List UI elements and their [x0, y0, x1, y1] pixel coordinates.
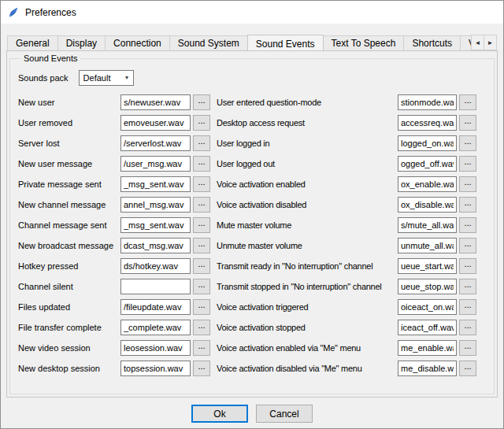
sound-event-label: New desktop session [18, 364, 120, 373]
browse-button[interactable]: ... [459, 197, 476, 213]
sound-event-row: Transmit stopped in "No interruption" ch… [217, 279, 476, 294]
sound-file-input[interactable] [120, 258, 191, 274]
sound-file-input[interactable] [398, 340, 457, 356]
sound-event-row: User removed ... [18, 115, 210, 131]
sound-file-input[interactable] [398, 361, 457, 376]
sound-file-input[interactable] [120, 94, 191, 110]
browse-button[interactable]: ... [459, 320, 476, 335]
sound-file-input[interactable] [398, 156, 457, 172]
sound-event-row: Server lost ... [18, 135, 210, 151]
browse-button[interactable]: ... [459, 156, 476, 172]
browse-button[interactable]: ... [193, 217, 210, 233]
browse-button[interactable]: ... [459, 217, 476, 233]
sound-event-label: Files updated [18, 302, 120, 312]
browse-button[interactable]: ... [193, 361, 210, 376]
sound-file-input[interactable] [398, 197, 457, 213]
sound-file-input[interactable] [398, 217, 457, 233]
sound-event-row: File transfer complete ... [18, 320, 210, 335]
browse-button[interactable]: ... [193, 156, 210, 172]
sound-file-input[interactable] [120, 197, 191, 213]
browse-button[interactable]: ... [459, 176, 476, 192]
browse-button[interactable]: ... [193, 299, 210, 315]
browse-button[interactable]: ... [193, 115, 210, 131]
browse-button[interactable]: ... [459, 299, 476, 315]
browse-button[interactable]: ... [193, 135, 210, 151]
sound-file-input[interactable] [120, 299, 191, 315]
browse-button[interactable]: ... [193, 197, 210, 213]
sound-event-row: User entered question-mode ... [217, 94, 476, 110]
browse-button[interactable]: ... [193, 238, 210, 253]
sound-event-row: Voice activation enabled via "Me" menu .… [217, 340, 476, 356]
ok-button[interactable]: Ok [191, 405, 248, 423]
sound-event-label: New video session [18, 343, 120, 353]
sound-file-input[interactable] [120, 156, 191, 172]
preferences-window: Preferences GeneralDisplayConnectionSoun… [0, 0, 504, 429]
browse-button[interactable]: ... [193, 258, 210, 274]
tab-general[interactable]: General [7, 35, 58, 50]
sound-file-input[interactable] [398, 94, 457, 110]
sound-file-input[interactable] [120, 238, 191, 253]
sounds-pack-select[interactable]: Default ▾ [79, 70, 134, 86]
sound-file-input[interactable] [120, 176, 191, 192]
tab-connection[interactable]: Connection [105, 35, 170, 50]
sound-file-input[interactable] [398, 299, 457, 315]
sound-event-row: Desktop access request ... [217, 115, 476, 131]
sound-event-label: Transmit stopped in "No interruption" ch… [217, 282, 398, 291]
browse-button[interactable]: ... [459, 94, 476, 110]
sound-event-row: User logged in ... [217, 135, 476, 151]
sound-file-input[interactable] [120, 135, 191, 151]
sound-event-row: New user ... [18, 94, 210, 110]
tab-bar: GeneralDisplayConnectionSound SystemSoun… [1, 34, 503, 50]
sound-file-input[interactable] [120, 340, 191, 356]
groupbox-title: Sound Events [21, 54, 80, 63]
browse-button[interactable]: ... [193, 94, 210, 110]
browse-button[interactable]: ... [459, 258, 476, 274]
tab-scroll-right-button[interactable]: ► [484, 35, 497, 50]
browse-button[interactable]: ... [459, 340, 476, 356]
sound-event-row: Channel silent ... [18, 279, 210, 294]
sound-file-input[interactable] [398, 135, 457, 151]
sound-file-input[interactable] [120, 361, 191, 376]
sound-event-row: Voice activation disabled via "Me" menu … [217, 361, 476, 376]
tab-scroll-control: ◄ ► [471, 35, 497, 50]
tab-scroll-left-button[interactable]: ◄ [471, 35, 484, 50]
sound-event-label: Mute master volume [217, 220, 398, 230]
sound-file-input[interactable] [398, 176, 457, 192]
sound-file-input[interactable] [120, 115, 191, 131]
tab-sound-system[interactable]: Sound System [169, 35, 248, 50]
sound-file-input[interactable] [398, 115, 457, 131]
sound-event-row: New desktop session ... [18, 361, 210, 376]
sound-file-input[interactable] [398, 258, 457, 274]
browse-button[interactable]: ... [193, 176, 210, 192]
sound-events-column-right: User entered question-mode ... Desktop a… [217, 94, 476, 381]
sound-event-label: Desktop access request [217, 118, 398, 128]
sound-event-label: New user [18, 98, 120, 107]
cancel-button[interactable]: Cancel [256, 405, 313, 423]
sound-file-input[interactable] [398, 279, 457, 294]
sound-file-input[interactable] [398, 238, 457, 253]
browse-button[interactable]: ... [459, 361, 476, 376]
browse-button[interactable]: ... [193, 279, 210, 294]
browse-button[interactable]: ... [459, 238, 476, 253]
sound-event-label: Hotkey pressed [18, 261, 120, 271]
sound-file-input[interactable] [120, 279, 191, 294]
chevron-down-icon: ▾ [121, 71, 133, 85]
sound-file-input[interactable] [120, 320, 191, 335]
browse-button[interactable]: ... [193, 320, 210, 335]
browse-button[interactable]: ... [459, 279, 476, 294]
sound-event-row: Files updated ... [18, 299, 210, 315]
browse-button[interactable]: ... [459, 115, 476, 131]
sound-event-label: User entered question-mode [217, 98, 398, 107]
sound-event-row: Hotkey pressed ... [18, 258, 210, 274]
window-title: Preferences [25, 7, 76, 18]
sound-file-input[interactable] [398, 320, 457, 335]
tab-shortcuts[interactable]: Shortcuts [403, 35, 461, 50]
tab-sound-events[interactable]: Sound Events [247, 35, 324, 50]
sound-event-row: Private message sent ... [18, 176, 210, 192]
tab-display[interactable]: Display [57, 35, 106, 50]
tab-text-to-speech[interactable]: Text To Speech [323, 35, 405, 50]
sound-event-row: User logged out ... [217, 156, 476, 172]
browse-button[interactable]: ... [193, 340, 210, 356]
sound-file-input[interactable] [120, 217, 191, 233]
browse-button[interactable]: ... [459, 135, 476, 151]
